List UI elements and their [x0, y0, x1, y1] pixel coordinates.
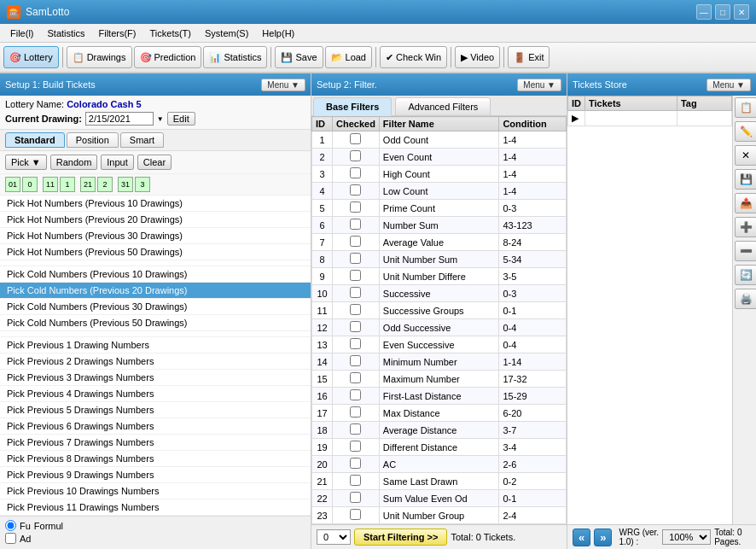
filter-check-cell[interactable]: [333, 166, 380, 183]
menu-statistics[interactable]: Statistics: [41, 26, 92, 40]
filter-checkbox[interactable]: [350, 253, 361, 264]
list-item[interactable]: Pick Previous 11 Drawings Numbers: [0, 499, 311, 516]
minimize-button[interactable]: —: [696, 4, 712, 20]
filter-check-cell[interactable]: [333, 422, 380, 439]
filter-checkbox[interactable]: [350, 492, 361, 503]
filter-checkbox[interactable]: [350, 372, 361, 383]
start-filtering-button[interactable]: Start Filtering >>: [354, 529, 447, 546]
mid-panel-menu-button[interactable]: Menu ▼: [517, 79, 561, 91]
list-item[interactable]: Pick Previous 6 Drawings Numbers: [0, 418, 311, 435]
filter-check-cell[interactable]: [333, 285, 380, 302]
filter-check-cell[interactable]: [333, 473, 380, 490]
tool-export-button[interactable]: 📤: [735, 193, 756, 213]
tb-save-button[interactable]: 💾 Save: [275, 46, 323, 68]
filter-checkbox[interactable]: [350, 475, 361, 486]
filter-checkbox[interactable]: [350, 406, 361, 418]
list-item[interactable]: Pick Previous 7 Drawings Numbers: [0, 435, 311, 451]
edit-button[interactable]: Edit: [167, 112, 195, 126]
filter-checkbox[interactable]: [350, 133, 361, 144]
nav-prev-button[interactable]: «: [573, 529, 590, 546]
checkbox-add[interactable]: [5, 533, 16, 544]
menu-system[interactable]: System(S): [198, 26, 255, 40]
filter-check-cell[interactable]: [333, 490, 380, 507]
drawing-date-input[interactable]: [85, 112, 154, 126]
tab-advanced-filters[interactable]: Advanced Filters: [395, 97, 491, 116]
filter-checkbox[interactable]: [350, 150, 361, 161]
list-item[interactable]: Pick Cold Numbers (Previous 10 Drawings): [0, 266, 311, 283]
filter-checkbox[interactable]: [350, 184, 361, 196]
list-item[interactable]: Pick Hot Numbers (Previous 30 Drawings): [0, 228, 311, 244]
radio-full[interactable]: [5, 520, 16, 531]
tb-lottery-button[interactable]: 🎯 Lottery: [3, 46, 59, 68]
filter-check-cell[interactable]: [333, 507, 380, 524]
list-item[interactable]: Pick Previous 2 Drawings Numbers: [0, 353, 311, 370]
tool-copy-button[interactable]: 📋: [735, 97, 756, 118]
filter-checkbox[interactable]: [350, 441, 361, 452]
list-item[interactable]: Pick Previous 9 Drawings Numbers: [0, 467, 311, 483]
tool-delete-button[interactable]: ✕: [735, 145, 756, 166]
nav-next-button[interactable]: »: [594, 529, 612, 546]
clear-button[interactable]: Clear: [137, 155, 172, 170]
tool-remove-button[interactable]: ➖: [735, 241, 756, 261]
right-panel-menu-button[interactable]: Menu ▼: [707, 79, 751, 91]
tb-statistics-button[interactable]: 📊 Statistics: [203, 46, 267, 68]
filter-checkbox[interactable]: [350, 167, 361, 178]
filter-checkbox[interactable]: [350, 355, 361, 366]
list-item[interactable]: [0, 260, 311, 266]
list-item[interactable]: Pick Previous 1 Drawing Numbers: [0, 337, 311, 353]
list-item[interactable]: Pick Hot Numbers (Previous 20 Drawings): [0, 212, 311, 228]
filter-checkbox[interactable]: [350, 270, 361, 281]
random-button[interactable]: Random: [50, 155, 98, 170]
filter-checkbox[interactable]: [350, 287, 361, 298]
filter-checkbox[interactable]: [350, 338, 361, 349]
tb-load-button[interactable]: 📂 Load: [325, 46, 372, 68]
list-item[interactable]: Pick Previous 8 Drawings Numbers: [0, 451, 311, 467]
filter-check-cell[interactable]: [333, 251, 380, 268]
filter-checkbox[interactable]: [350, 236, 361, 247]
tab-base-filters[interactable]: Base Filters: [313, 97, 392, 116]
filter-check-cell[interactable]: [333, 183, 380, 200]
filter-check-cell[interactable]: [333, 371, 380, 388]
menu-tickets[interactable]: Tickets(T): [143, 26, 198, 40]
filter-check-cell[interactable]: [333, 234, 380, 251]
filter-check-cell[interactable]: [333, 456, 380, 473]
filter-check-cell[interactable]: [333, 217, 380, 234]
menu-file[interactable]: File(l): [3, 26, 41, 40]
filter-check-cell[interactable]: [333, 131, 380, 149]
filter-check-cell[interactable]: [333, 302, 380, 319]
list-item[interactable]: Pick Previous 5 Drawings Numbers: [0, 402, 311, 418]
filter-check-cell[interactable]: [333, 268, 380, 285]
filter-checkbox[interactable]: [350, 201, 361, 213]
tool-add-button[interactable]: ➕: [735, 217, 756, 237]
tab-position[interactable]: Position: [67, 132, 119, 148]
list-item[interactable]: Pick Hot Numbers (Previous 10 Drawings): [0, 196, 311, 212]
list-item[interactable]: Pick Cold Numbers (Previous 30 Drawings): [0, 299, 311, 315]
tool-edit-button[interactable]: ✏️: [735, 121, 756, 142]
tb-drawings-button[interactable]: 📋 Drawings: [67, 46, 132, 68]
list-item[interactable]: Pick Previous 10 Drawings Numbers: [0, 483, 311, 499]
filter-checkbox[interactable]: [350, 321, 361, 332]
tool-print-button[interactable]: 🖨️: [735, 289, 756, 309]
filter-checkbox[interactable]: [350, 458, 361, 469]
input-button[interactable]: Input: [101, 155, 133, 170]
filter-check-cell[interactable]: [333, 200, 380, 217]
list-item[interactable]: Pick Cold Numbers (Previous 20 Drawings): [0, 283, 311, 299]
tb-prediction-button[interactable]: 🎯 Prediction: [134, 46, 202, 68]
list-item[interactable]: Pick Cold Numbers (Previous 50 Drawings): [0, 315, 311, 331]
list-item[interactable]: Pick Previous 4 Drawings Numbers: [0, 386, 311, 402]
filter-check-cell[interactable]: [333, 388, 380, 405]
filter-check-cell[interactable]: [333, 149, 380, 166]
tab-smart[interactable]: Smart: [120, 132, 164, 148]
tb-checkwin-button[interactable]: ✔ Check Win: [380, 46, 447, 68]
tb-video-button[interactable]: ▶ Video: [455, 46, 500, 68]
filter-check-cell[interactable]: [333, 336, 380, 353]
tb-exit-button[interactable]: 🚪 Exit: [508, 46, 550, 68]
filter-checkbox[interactable]: [350, 304, 361, 315]
tool-save-button[interactable]: 💾: [735, 169, 756, 190]
close-button[interactable]: ✕: [734, 4, 749, 20]
list-item[interactable]: [0, 331, 311, 337]
filter-checkbox[interactable]: [350, 509, 361, 520]
filter-check-cell[interactable]: [333, 353, 380, 371]
left-panel-menu-button[interactable]: Menu ▼: [261, 79, 305, 91]
filter-check-cell[interactable]: [333, 439, 380, 456]
